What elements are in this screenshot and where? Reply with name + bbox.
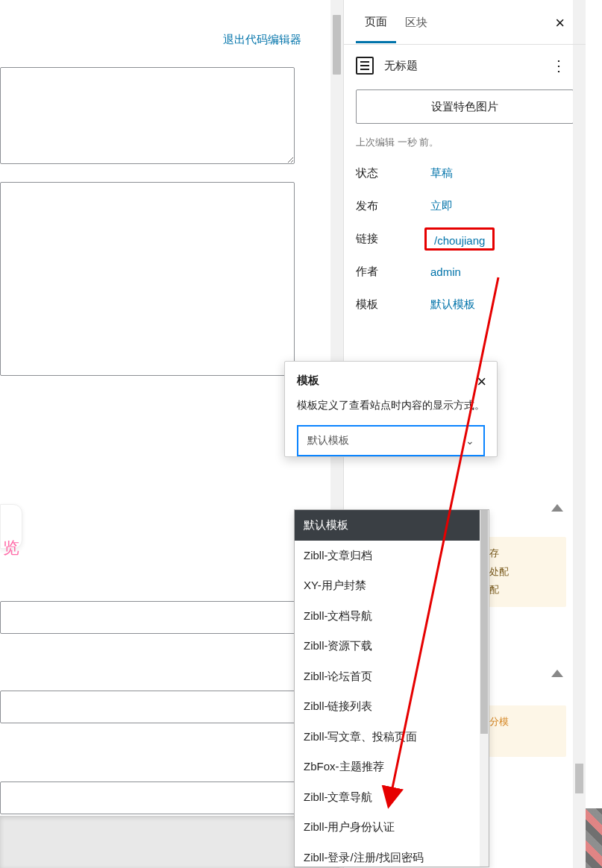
template-option[interactable]: Zibll-文章导航 — [295, 782, 489, 813]
meta-value-author[interactable]: admin — [430, 265, 461, 278]
template-option[interactable]: Zibll-链接列表 — [295, 691, 489, 722]
chevron-down-icon: ⌄ — [465, 435, 474, 447]
template-popover: 模板 × 模板定义了查看站点时内容的显示方式。 默认模板 ⌄ 默认模板Zibll… — [284, 361, 498, 457]
sidebar-tabs: 页面 区块 × — [344, 0, 586, 45]
meta-row-template: 模板 默认模板 — [356, 288, 574, 321]
left-scrollbar-thumb[interactable] — [333, 15, 341, 75]
template-option[interactable]: XY-用户封禁 — [295, 570, 489, 601]
collapse-caret-icon-2[interactable] — [551, 670, 563, 677]
meta-label-publish: 发布 — [356, 199, 430, 213]
close-sidebar-icon[interactable]: × — [555, 13, 565, 33]
meta-value-status[interactable]: 草稿 — [430, 166, 453, 180]
tab-block[interactable]: 区块 — [396, 2, 436, 42]
close-popover-icon[interactable]: × — [477, 372, 486, 391]
settings-input-2[interactable] — [0, 691, 304, 723]
settings-input-3[interactable] — [0, 781, 304, 814]
right-scrollbar-track[interactable] — [573, 0, 586, 868]
meta-value-link[interactable]: /choujiang — [434, 234, 485, 247]
template-option[interactable]: Zibll-登录/注册/找回密码 — [295, 843, 489, 868]
template-option[interactable]: Zibll-文章归档 — [295, 541, 489, 571]
template-option[interactable]: Zibll-文档导航 — [295, 601, 489, 632]
page-header-row: 无标题 ⋮ — [344, 45, 586, 84]
template-select-value: 默认模板 — [307, 434, 349, 447]
template-option[interactable]: 默认模板 — [295, 510, 489, 541]
meta-value-publish[interactable]: 立即 — [430, 199, 453, 213]
meta-label-template: 模板 — [356, 298, 430, 312]
template-option[interactable]: Zibll-用户身份认证 — [295, 812, 489, 843]
popover-description: 模板定义了查看站点时内容的显示方式。 — [297, 397, 485, 415]
right-scrollbar-thumb[interactable] — [575, 764, 583, 793]
dropdown-scrollbar-track[interactable] — [480, 510, 489, 867]
settings-input-1[interactable] — [0, 601, 304, 634]
tab-page[interactable]: 页面 — [356, 1, 396, 43]
template-option[interactable]: ZbFox-主题推荐 — [295, 752, 489, 782]
popover-title: 模板 — [297, 374, 485, 388]
meta-label-author: 作者 — [356, 265, 430, 279]
title-textarea[interactable] — [0, 67, 295, 164]
page-meta-table: 状态 草稿 发布 立即 链接 /choujiang 作者 admin 模板 默认… — [356, 157, 574, 321]
template-option[interactable]: Zibll-论坛首页 — [295, 661, 489, 692]
meta-row-publish: 发布 立即 — [356, 189, 574, 222]
meta-row-status: 状态 草稿 — [356, 157, 574, 189]
meta-label-link: 链接 — [356, 232, 430, 246]
sidebar-panel: 页面 区块 × 无标题 ⋮ 设置特色图片 上次编辑 一秒 前。 状态 草稿 发布… — [343, 0, 586, 868]
meta-label-status: 状态 — [356, 166, 430, 180]
last-edited-text: 上次编辑 一秒 前。 — [356, 136, 574, 149]
bottom-shelf — [0, 816, 339, 868]
page-icon — [356, 57, 374, 75]
preview-tab-handle[interactable]: 览 — [0, 504, 22, 549]
meta-value-template[interactable]: 默认模板 — [430, 298, 475, 312]
template-dropdown-list: 默认模板Zibll-文章归档XY-用户封禁Zibll-文档导航Zibll-资源下… — [294, 509, 489, 867]
meta-row-author: 作者 admin — [356, 255, 574, 288]
set-featured-image-button[interactable]: 设置特色图片 — [356, 89, 574, 124]
template-option[interactable]: Zibll-资源下载 — [295, 631, 489, 661]
page-more-icon[interactable]: ⋮ — [551, 57, 566, 75]
meta-row-link: 链接 /choujiang — [356, 222, 574, 255]
template-option[interactable]: Zibll-写文章、投稿页面 — [295, 722, 489, 752]
collapse-caret-icon-1[interactable] — [551, 504, 563, 512]
page-title: 无标题 — [384, 59, 418, 73]
exit-code-editor-link[interactable]: 退出代码编辑器 — [223, 33, 301, 47]
dropdown-scrollbar-thumb[interactable] — [480, 510, 488, 734]
content-textarea[interactable] — [0, 182, 295, 376]
annotation-highlight-link: /choujiang — [424, 227, 495, 251]
template-select[interactable]: 默认模板 ⌄ — [297, 425, 485, 456]
